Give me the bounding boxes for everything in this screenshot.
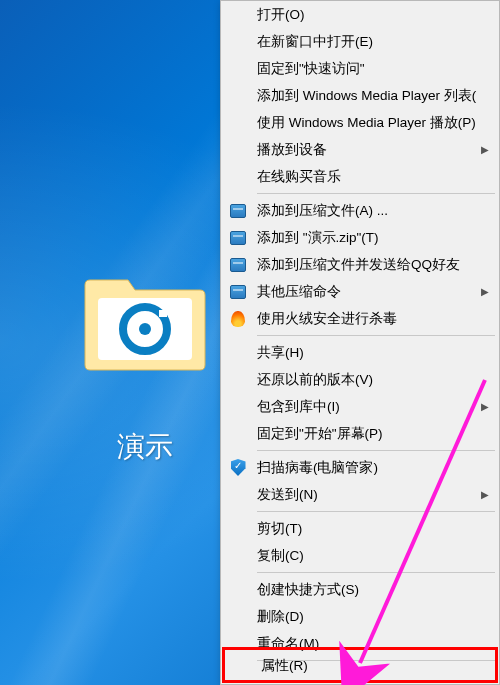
menu-delete-label: 删除(D) [257,608,304,626]
menu-add-archive[interactable]: 添加到压缩文件(A) ... [221,197,499,224]
menu-pin-start[interactable]: 固定到"开始"屏幕(P) [221,420,499,447]
menu-separator [257,511,495,512]
svg-rect-3 [159,310,167,317]
menu-add-wmp-list-label: 添加到 Windows Media Player 列表( [257,87,476,105]
menu-add-archive-qq-label: 添加到压缩文件并发送给QQ好友 [257,256,460,274]
submenu-arrow-icon: ▶ [481,286,489,297]
menu-pin-qa-label: 固定到"快速访问" [257,60,365,78]
menu-buy-music-label: 在线购买音乐 [257,168,341,186]
menu-cut[interactable]: 剪切(T) [221,515,499,542]
archive-icon [229,256,247,274]
desktop-folder[interactable]: 演示 [75,270,215,466]
menu-shortcut-label: 创建快捷方式(S) [257,581,359,599]
menu-add-archive-label: 添加到压缩文件(A) ... [257,202,388,220]
menu-add-archive-named-label: 添加到 "演示.zip"(T) [257,229,379,247]
menu-add-archive-qq[interactable]: 添加到压缩文件并发送给QQ好友 [221,251,499,278]
menu-other-compress[interactable]: 其他压缩命令▶ [221,278,499,305]
menu-cut-label: 剪切(T) [257,520,302,538]
menu-include-library[interactable]: 包含到库中(I)▶ [221,393,499,420]
menu-add-archive-named[interactable]: 添加到 "演示.zip"(T) [221,224,499,251]
menu-open[interactable]: 打开(O) [221,1,499,28]
menu-play-wmp-label: 使用 Windows Media Player 播放(P) [257,114,476,132]
menu-separator [257,335,495,336]
menu-copy[interactable]: 复制(C) [221,542,499,569]
menu-share[interactable]: 共享(H) [221,339,499,366]
menu-open-label: 打开(O) [257,6,305,24]
menu-restore-label: 还原以前的版本(V) [257,371,373,389]
menu-huorong-scan[interactable]: 使用火绒安全进行杀毒 [221,305,499,332]
menu-create-shortcut[interactable]: 创建快捷方式(S) [221,576,499,603]
menu-add-wmp-list[interactable]: 添加到 Windows Media Player 列表( [221,82,499,109]
menu-separator [257,660,495,661]
submenu-arrow-icon: ▶ [481,489,489,500]
menu-delete[interactable]: 删除(D) [221,603,499,630]
svg-point-2 [139,323,151,335]
menu-include-lib-label: 包含到库中(I) [257,398,340,416]
menu-restore-prev[interactable]: 还原以前的版本(V) [221,366,499,393]
menu-separator [257,193,495,194]
folder-icon [80,270,210,375]
menu-play-wmp[interactable]: 使用 Windows Media Player 播放(P) [221,109,499,136]
menu-rename[interactable]: 重命名(M) [221,630,499,657]
menu-separator [257,572,495,573]
archive-icon [229,202,247,220]
menu-send-to[interactable]: 发送到(N)▶ [221,481,499,508]
menu-send-to-label: 发送到(N) [257,486,318,504]
submenu-arrow-icon: ▶ [481,144,489,155]
menu-scan-virus[interactable]: 扫描病毒(电脑管家) [221,454,499,481]
archive-icon [229,229,247,247]
folder-label: 演示 [75,428,215,466]
flame-icon [229,310,247,328]
menu-copy-label: 复制(C) [257,547,304,565]
submenu-arrow-icon: ▶ [481,401,489,412]
menu-pin-quick-access[interactable]: 固定到"快速访问" [221,55,499,82]
menu-rename-label: 重命名(M) [257,635,319,653]
menu-separator [257,450,495,451]
archive-icon [229,283,247,301]
menu-cast-device[interactable]: 播放到设备▶ [221,136,499,163]
menu-share-label: 共享(H) [257,344,304,362]
menu-scan-virus-label: 扫描病毒(电脑管家) [257,459,378,477]
desktop-background: 演示 打开(O) 在新窗口中打开(E) 固定到"快速访问" 添加到 Window… [0,0,500,685]
context-menu: 打开(O) 在新窗口中打开(E) 固定到"快速访问" 添加到 Windows M… [220,0,500,685]
shield-icon [229,459,247,477]
menu-huorong-label: 使用火绒安全进行杀毒 [257,310,397,328]
menu-other-compress-label: 其他压缩命令 [257,283,341,301]
menu-open-new-window[interactable]: 在新窗口中打开(E) [221,28,499,55]
menu-pin-start-label: 固定到"开始"屏幕(P) [257,425,383,443]
menu-buy-music[interactable]: 在线购买音乐 [221,163,499,190]
menu-cast-label: 播放到设备 [257,141,327,159]
menu-open-new-window-label: 在新窗口中打开(E) [257,33,373,51]
